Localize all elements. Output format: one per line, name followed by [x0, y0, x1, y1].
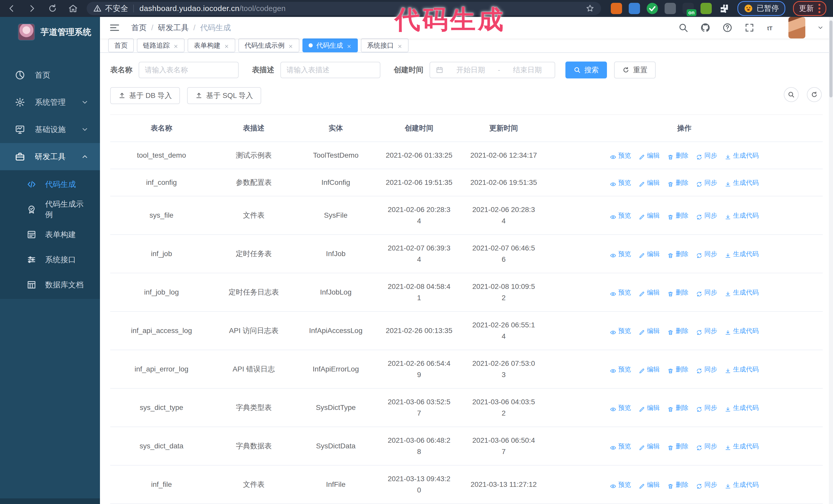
forward-icon[interactable]	[27, 4, 37, 13]
breadcrumb-item[interactable]: 研发工具	[158, 23, 189, 33]
tab-3[interactable]: 代码生成示例	[238, 39, 300, 52]
action-sync[interactable]: 同步	[696, 177, 717, 188]
action-download[interactable]: 生成代码	[725, 363, 759, 375]
sidebar-item-1[interactable]: 系统管理	[0, 89, 100, 116]
tab-5[interactable]: 系统接口	[361, 39, 408, 52]
tab-2[interactable]: 表单构建	[188, 39, 235, 52]
action-sync[interactable]: 同步	[696, 150, 717, 161]
paused-extension-badge[interactable]: 已暂停	[737, 1, 785, 16]
action-pencil[interactable]: 编辑	[639, 402, 660, 413]
submenu-item-3[interactable]: 系统接口	[0, 247, 100, 272]
action-eye[interactable]: 预览	[610, 325, 631, 336]
action-eye[interactable]: 预览	[610, 248, 631, 259]
hamburger-icon[interactable]	[109, 22, 120, 33]
action-download[interactable]: 生成代码	[725, 150, 759, 161]
breadcrumb-item[interactable]: 代码生成	[200, 23, 231, 33]
help-icon[interactable]	[722, 23, 733, 33]
close-icon[interactable]	[224, 43, 229, 48]
action-eye[interactable]: 预览	[610, 150, 631, 161]
action-trash[interactable]: 删除	[667, 177, 688, 188]
action-eye[interactable]: 预览	[610, 440, 631, 452]
tab-4[interactable]: 代码生成	[303, 39, 358, 52]
action-sync[interactable]: 同步	[696, 248, 717, 259]
action-pencil[interactable]: 编辑	[639, 248, 660, 259]
submenu-item-0[interactable]: 代码生成	[0, 172, 100, 197]
action-download[interactable]: 生成代码	[725, 287, 759, 298]
action-sync[interactable]: 同步	[696, 363, 717, 375]
action-pencil[interactable]: 编辑	[639, 440, 660, 452]
alien-extension-icon[interactable]	[700, 3, 712, 14]
action-sync[interactable]: 同步	[696, 210, 717, 221]
show-search-button[interactable]	[784, 87, 799, 102]
screen-extension-icon[interactable]: on	[683, 3, 694, 14]
action-pencil[interactable]: 编辑	[639, 363, 660, 375]
sidebar-item-2[interactable]: 基础设施	[0, 116, 100, 143]
home-icon[interactable]	[68, 4, 78, 13]
action-download[interactable]: 生成代码	[725, 248, 759, 259]
action-pencil[interactable]: 编辑	[639, 210, 660, 221]
action-trash[interactable]: 删除	[667, 479, 688, 490]
submenu-item-4[interactable]: 数据库文档	[0, 272, 100, 297]
action-pencil[interactable]: 编辑	[639, 177, 660, 188]
refresh-table-button[interactable]	[807, 87, 822, 102]
sidebar-item-3[interactable]: 研发工具	[0, 143, 100, 170]
action-eye[interactable]: 预览	[610, 479, 631, 490]
action-sync[interactable]: 同步	[696, 325, 717, 336]
more-menu-icon[interactable]	[818, 4, 820, 13]
import-sql-button[interactable]: 基于 SQL 导入	[187, 87, 261, 104]
page-scrollbar[interactable]	[829, 17, 833, 504]
action-eye[interactable]: 预览	[610, 287, 631, 298]
orange-extension-icon[interactable]	[611, 3, 622, 14]
address-bar[interactable]: 不安全 dashboard.yudao.iocoder.cn /tool/cod…	[87, 2, 601, 15]
scrollbar-thumb[interactable]	[829, 21, 832, 97]
action-trash[interactable]: 删除	[667, 402, 688, 413]
action-sync[interactable]: 同步	[696, 287, 717, 298]
action-pencil[interactable]: 编辑	[639, 479, 660, 490]
table-name-input[interactable]: 请输入表名称	[139, 62, 239, 78]
app-logo-row[interactable]: 芋道管理系统	[0, 17, 100, 47]
tab-0[interactable]: 首页	[108, 39, 134, 52]
reset-button[interactable]: 重置	[614, 62, 656, 78]
close-icon[interactable]	[173, 43, 178, 48]
github-icon[interactable]	[700, 23, 711, 33]
action-trash[interactable]: 删除	[667, 363, 688, 375]
action-trash[interactable]: 删除	[667, 248, 688, 259]
search-icon[interactable]	[678, 23, 688, 33]
close-icon[interactable]	[288, 43, 293, 48]
action-pencil[interactable]: 编辑	[639, 287, 660, 298]
action-eye[interactable]: 预览	[610, 363, 631, 375]
action-download[interactable]: 生成代码	[725, 210, 759, 221]
green-check-extension-icon[interactable]	[647, 3, 658, 14]
action-sync[interactable]: 同步	[696, 479, 717, 490]
blue-gem-extension-icon[interactable]	[629, 3, 640, 14]
action-eye[interactable]: 预览	[610, 210, 631, 221]
user-avatar[interactable]	[788, 17, 805, 39]
table-desc-input[interactable]: 请输入表描述	[280, 62, 380, 78]
close-icon[interactable]	[397, 43, 402, 48]
action-sync[interactable]: 同步	[696, 440, 717, 452]
action-sync[interactable]: 同步	[696, 402, 717, 413]
submenu-item-1[interactable]: 代码生成示例	[0, 197, 100, 222]
action-pencil[interactable]: 编辑	[639, 325, 660, 336]
font-size-icon[interactable]: tT	[766, 23, 777, 33]
action-download[interactable]: 生成代码	[725, 479, 759, 490]
close-icon[interactable]	[347, 43, 352, 48]
grid-extension-icon[interactable]	[665, 3, 676, 14]
submenu-item-2[interactable]: 表单构建	[0, 222, 100, 247]
action-trash[interactable]: 删除	[667, 210, 688, 221]
browser-update-button[interactable]: 更新	[793, 1, 826, 16]
action-download[interactable]: 生成代码	[725, 177, 759, 188]
action-trash[interactable]: 删除	[667, 150, 688, 161]
action-trash[interactable]: 删除	[667, 287, 688, 298]
breadcrumb-item[interactable]: 首页	[131, 23, 147, 33]
back-icon[interactable]	[7, 4, 17, 13]
action-pencil[interactable]: 编辑	[639, 150, 660, 161]
tab-1[interactable]: 链路追踪	[137, 39, 185, 52]
action-download[interactable]: 生成代码	[725, 402, 759, 413]
puzzle-icon[interactable]	[718, 3, 730, 14]
import-db-button[interactable]: 基于 DB 导入	[110, 87, 180, 104]
action-download[interactable]: 生成代码	[725, 325, 759, 336]
fullscreen-icon[interactable]	[744, 23, 755, 33]
reload-icon[interactable]	[48, 4, 57, 13]
action-download[interactable]: 生成代码	[725, 440, 759, 452]
